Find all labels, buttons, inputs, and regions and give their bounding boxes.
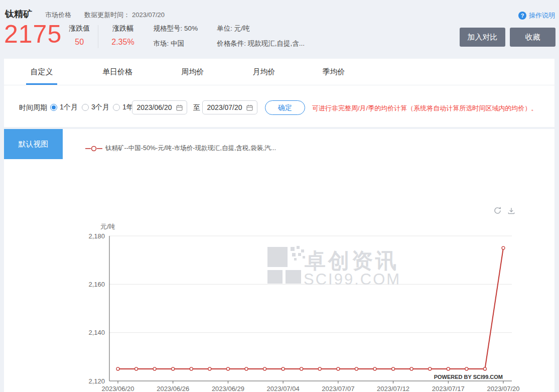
- help-label: 操作说明: [529, 11, 555, 20]
- svg-text:2023/06/26: 2023/06/26: [157, 385, 189, 392]
- radio-1-month[interactable]: 1个月: [50, 103, 78, 112]
- svg-text:2,140: 2,140: [88, 329, 105, 336]
- tab-custom[interactable]: 自定义: [20, 59, 64, 85]
- svg-text:2,120: 2,120: [88, 377, 105, 385]
- market-price-label: 市场价格: [45, 11, 71, 20]
- radio-1-year[interactable]: 1年: [113, 103, 133, 112]
- spec-condition: 价格条件: 现款现汇,自提,含...: [217, 39, 305, 48]
- update-time-label: 数据更新时间：: [84, 11, 130, 19]
- end-date-value: 2023/07/20: [207, 103, 242, 111]
- calendar-icon: [246, 104, 253, 111]
- radio-icon: [113, 104, 120, 111]
- spec-column-2: 单位: 元/吨 价格条件: 现款现汇,自提,含...: [217, 20, 305, 54]
- chart-canvas[interactable]: 2,1202,1402,1602,180卓创资讯SCI99.COM2023/06…: [85, 201, 557, 392]
- spec-column-1: 规格型号: 50% 市场: 中国: [154, 20, 198, 54]
- svg-text:POWERED BY SCI99.COM: POWERED BY SCI99.COM: [434, 374, 503, 380]
- default-view-button[interactable]: 默认视图: [4, 129, 63, 159]
- start-date-input[interactable]: 2023/06/20: [132, 100, 187, 114]
- radio-icon: [82, 104, 89, 111]
- legend-label: 钛精矿--中国-50%-元/吨-市场价-现款现汇,自提,含税,袋装,汽...: [105, 144, 276, 153]
- add-compare-button[interactable]: 加入对比: [460, 28, 505, 47]
- svg-text:元/吨: 元/吨: [100, 223, 115, 230]
- spec-market: 市场: 中国: [154, 39, 198, 48]
- end-date-input[interactable]: 2023/07/20: [202, 100, 257, 114]
- start-date-value: 2023/06/20: [136, 103, 172, 111]
- help-link[interactable]: ? 操作说明: [518, 11, 555, 20]
- change-pct: 2.35%: [111, 38, 134, 47]
- price-line-chart[interactable]: 2,1202,1402,1602,180卓创资讯SCI99.COM2023/06…: [85, 201, 557, 392]
- period-label: 时间周期: [19, 103, 47, 112]
- spec-model: 规格型号: 50%: [154, 24, 198, 33]
- page-title: 钛精矿: [5, 8, 32, 20]
- svg-text:2023/07/07: 2023/07/07: [322, 385, 354, 392]
- svg-text:2023/07/12: 2023/07/12: [377, 385, 409, 392]
- svg-text:2023/06/20: 2023/06/20: [101, 385, 134, 392]
- update-time: 数据更新时间：2023/07/20: [84, 11, 165, 20]
- title-row: 钛精矿 市场价格 数据更新时间：2023/07/20: [5, 8, 165, 20]
- radio-label: 3个月: [91, 103, 109, 112]
- to-label: 至: [193, 103, 200, 112]
- radio-icon: [50, 104, 57, 111]
- svg-text:2023/07/20: 2023/07/20: [487, 385, 519, 392]
- svg-text:SCI99.COM: SCI99.COM: [304, 271, 401, 288]
- change-pct-block: 涨跌幅 2.35%: [111, 20, 134, 47]
- svg-text:2,160: 2,160: [88, 281, 105, 288]
- section-divider: [4, 127, 554, 129]
- current-price: 2175: [4, 20, 62, 48]
- update-time-value: 2023/07/20: [132, 11, 165, 19]
- tab-daily-price[interactable]: 单日价格: [93, 59, 142, 85]
- favorite-button[interactable]: 收藏: [510, 28, 555, 47]
- average-hint-text: 可进行非完整周/月/季的均价计算（系统将自动计算所选时间区域内的均价）。: [312, 104, 537, 113]
- change-value-label: 涨跌值: [69, 24, 90, 33]
- svg-text:2023/07/17: 2023/07/17: [432, 385, 465, 392]
- vertical-divider: [98, 25, 98, 48]
- tab-monthly-avg[interactable]: 月均价: [242, 59, 286, 85]
- legend-line-marker-icon: [85, 146, 102, 152]
- change-value: 50: [69, 38, 90, 47]
- price-summary: 2175 涨跌值 50 涨跌幅 2.35% 规格型号: 50% 市场: 中国 单…: [4, 20, 305, 54]
- svg-text:卓创资讯: 卓创资讯: [304, 249, 399, 273]
- question-icon: ?: [518, 12, 526, 20]
- spec-unit: 单位: 元/吨: [217, 24, 305, 33]
- calendar-icon: [176, 104, 183, 111]
- radio-3-month[interactable]: 3个月: [82, 103, 109, 112]
- content-card: 自定义 单日价格 周均价 月均价 季均价 时间周期 1个月 3个月 1年 202…: [4, 59, 554, 392]
- change-value-block: 涨跌值 50: [69, 20, 90, 47]
- tab-quarterly-avg[interactable]: 季均价: [312, 59, 355, 85]
- svg-text:2023/06/29: 2023/06/29: [212, 385, 244, 392]
- tab-weekly-avg[interactable]: 周均价: [171, 59, 214, 85]
- page-header: 钛精矿 市场价格 数据更新时间：2023/07/20 ? 操作说明 2175 涨…: [0, 0, 559, 59]
- radio-label: 1个月: [60, 103, 78, 112]
- svg-text:2,180: 2,180: [88, 232, 105, 240]
- filter-row: 时间周期 1个月 3个月 1年 2023/06/20 至 2023/07/20: [4, 85, 554, 127]
- confirm-button[interactable]: 确定: [265, 100, 305, 115]
- tab-bar: 自定义 单日价格 周均价 月均价 季均价: [4, 59, 554, 85]
- svg-text:2023/07/04: 2023/07/04: [267, 385, 300, 392]
- chart-legend[interactable]: 钛精矿--中国-50%-元/吨-市场价-现款现汇,自提,含税,袋装,汽...: [85, 144, 276, 153]
- change-pct-label: 涨跌幅: [111, 24, 134, 33]
